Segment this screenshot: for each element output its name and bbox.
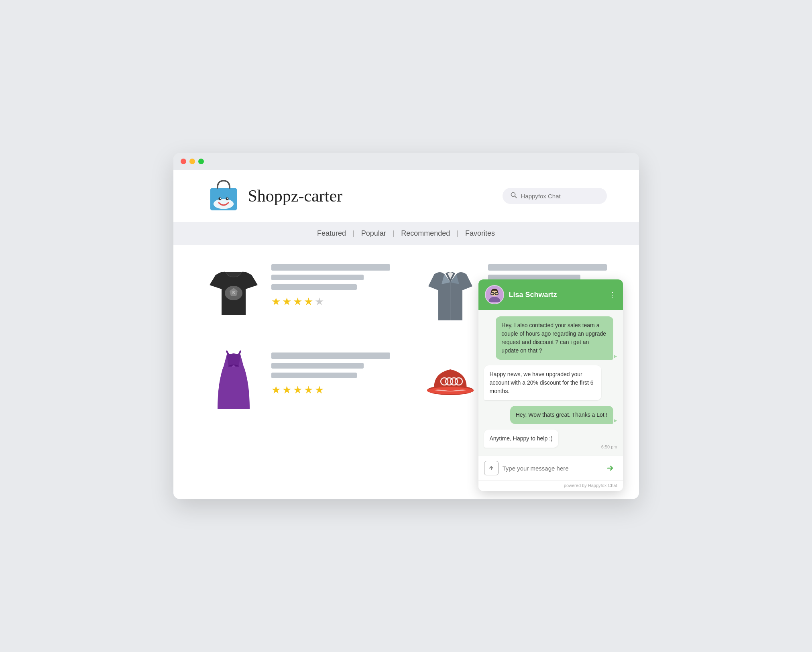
chat-message-2-wrap: Happy news, we have upgraded your accoun…: [484, 365, 617, 400]
product-name-bar-3: [271, 352, 390, 359]
chat-header: Lisa Schwartz ⋮: [478, 279, 623, 310]
chat-menu-icon[interactable]: ⋮: [608, 290, 617, 300]
chat-upload-button[interactable]: [484, 461, 499, 475]
chat-message-1-text: Hey, I also contacted your sales team a …: [501, 322, 606, 354]
product-desc-bar-1a: [271, 275, 364, 280]
chat-message-4-text: Anytime, Happy to help :): [490, 435, 553, 442]
star-3-2: ★: [282, 384, 291, 396]
star-3-5: ★: [315, 384, 324, 396]
product-desc-bar-3b: [271, 373, 357, 378]
msg-tail-1: [614, 355, 617, 358]
chat-messages: Hey, I also contacted your sales team a …: [478, 310, 623, 456]
chat-send-button[interactable]: [603, 461, 617, 475]
traffic-light-close[interactable]: [181, 159, 186, 164]
chat-widget: Lisa Schwartz ⋮ Hey, I also contacted yo…: [478, 279, 623, 491]
star-3-3: ★: [293, 384, 302, 396]
chat-footer: powered by Happyfox Chat: [478, 480, 623, 491]
product-image-dress: [206, 349, 262, 414]
search-icon: [511, 192, 517, 200]
chat-message-2-text: Happy news, we have upgraded your accoun…: [490, 371, 594, 394]
star-3-4: ★: [304, 384, 313, 396]
svg-point-5: [227, 198, 228, 199]
product-image-hat: [422, 349, 478, 414]
nav-bar: Featured | Popular | Recommended | Favor…: [173, 222, 639, 245]
product-info-tshirt: ★ ★ ★ ★ ★: [271, 261, 390, 308]
star-3-1: ★: [271, 384, 281, 396]
chat-message-3-text: Hey, Wow thats great. Thanks a Lot !: [516, 412, 608, 418]
chat-powered-by: powered by Happyfox Chat: [564, 483, 617, 488]
search-bar: [503, 188, 607, 204]
star-1-2: ★: [282, 295, 291, 308]
product-image-tshirt: S: [206, 261, 262, 325]
chat-input-area: [478, 456, 623, 480]
svg-line-8: [515, 196, 517, 198]
site-header: ShoppCart Shoppz-carter: [173, 170, 639, 222]
svg-point-1: [213, 199, 233, 209]
agent-name: Lisa Schwartz: [509, 291, 604, 299]
svg-text:ShoppCart: ShoppCart: [216, 210, 230, 213]
svg-point-3: [226, 198, 228, 200]
browser-window: ShoppCart Shoppz-carter Featured | Popul…: [173, 153, 639, 499]
agent-avatar: [485, 285, 504, 304]
chat-message-4-group: Anytime, Happy to help :) 6:50 pm: [484, 430, 617, 449]
svg-point-4: [220, 198, 221, 199]
product-stars-1: ★ ★ ★ ★ ★: [271, 295, 390, 308]
browser-body: ShoppCart Shoppz-carter Featured | Popul…: [173, 170, 639, 499]
product-card-tshirt: S ★ ★ ★ ★ ★: [206, 261, 390, 325]
product-card-dress: ★ ★ ★ ★ ★: [206, 349, 390, 414]
star-1-3: ★: [293, 295, 302, 308]
chat-message-1-wrap: Hey, I also contacted your sales team a …: [484, 316, 617, 360]
product-name-bar-1: [271, 264, 390, 271]
product-info-dress: ★ ★ ★ ★ ★: [271, 349, 390, 396]
star-1-5: ★: [315, 295, 324, 308]
svg-text:S: S: [232, 290, 235, 295]
chat-message-1: Hey, I also contacted your sales team a …: [496, 316, 613, 360]
msg-tail-3: [614, 419, 617, 422]
product-desc-bar-1b: [271, 284, 357, 290]
nav-sep-2: |: [393, 229, 395, 237]
star-1-4: ★: [304, 295, 313, 308]
product-desc-bar-3a: [271, 363, 364, 369]
nav-sep-3: |: [457, 229, 459, 237]
product-stars-3: ★ ★ ★ ★ ★: [271, 384, 390, 396]
star-1-1: ★: [271, 295, 281, 308]
site-title: Shoppz-carter: [248, 186, 343, 206]
product-image-blazer: [422, 261, 478, 325]
chat-message-input[interactable]: [503, 465, 599, 472]
nav-favorites[interactable]: Favorites: [465, 229, 495, 237]
svg-point-14: [427, 387, 474, 394]
svg-point-2: [218, 198, 221, 200]
product-name-bar-2: [488, 264, 607, 271]
traffic-light-maximize[interactable]: [198, 159, 204, 164]
nav-sep-1: |: [353, 229, 355, 237]
nav-featured[interactable]: Featured: [317, 229, 346, 237]
chat-message-2: Happy news, we have upgraded your accoun…: [484, 365, 601, 400]
nav-recommended[interactable]: Recommended: [401, 229, 450, 237]
chat-message-3-wrap: Hey, Wow thats great. Thanks a Lot !: [484, 406, 617, 424]
browser-chrome: [173, 153, 639, 170]
chat-message-4: Anytime, Happy to help :): [484, 430, 558, 448]
search-input[interactable]: [521, 193, 599, 200]
traffic-light-minimize[interactable]: [189, 159, 195, 164]
logo-area: ShoppCart Shoppz-carter: [206, 178, 343, 214]
chat-message-3: Hey, Wow thats great. Thanks a Lot !: [510, 406, 613, 424]
nav-popular[interactable]: Popular: [361, 229, 386, 237]
logo-icon: ShoppCart: [206, 178, 242, 214]
